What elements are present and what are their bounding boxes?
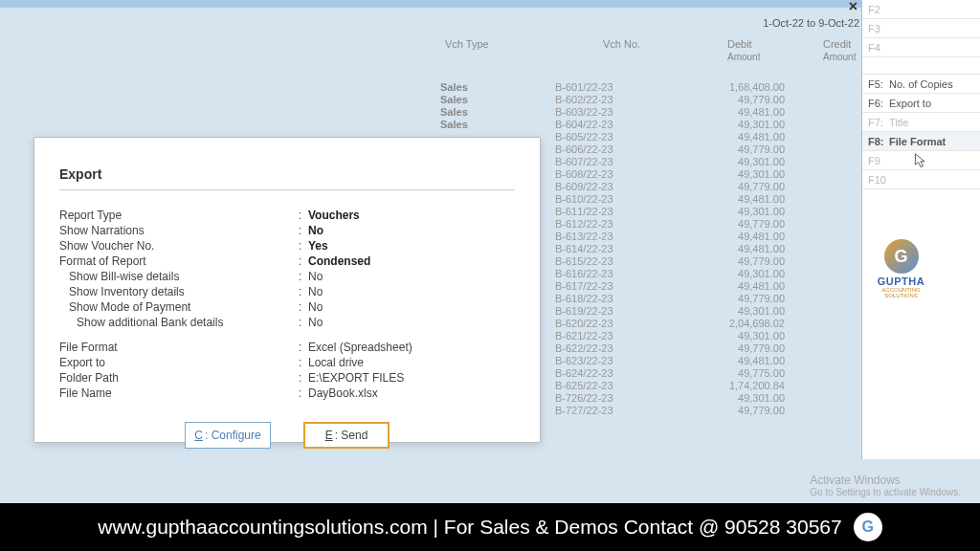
cell-credit <box>785 243 861 255</box>
col-debit: Debit <box>727 38 752 50</box>
cell-vno: B-615/22-23 <box>555 255 670 268</box>
cell-vno: B-604/22-23 <box>555 119 670 131</box>
cell-debit: 49,779.00 <box>670 255 785 268</box>
export-modal: Export Report Type:Vouchers Show Narrati… <box>33 137 541 443</box>
cell-debit: 49,481.00 <box>670 193 785 206</box>
cell-credit <box>785 94 861 106</box>
cell-credit <box>785 255 861 268</box>
cell-debit: 1,68,408.00 <box>670 81 785 94</box>
cell-type: Sales <box>440 94 555 106</box>
cell-credit <box>785 293 861 305</box>
field-inventory: Show Inventory details:No <box>59 284 515 299</box>
cell-vno: B-618/22-23 <box>555 293 670 305</box>
cell-vno: B-620/22-23 <box>555 318 670 330</box>
cell-type: Sales <box>440 81 555 94</box>
footer-text: www.gupthaaccountingsolutions.com | For … <box>98 516 841 539</box>
cell-credit <box>785 143 861 156</box>
field-mode: Show Mode of Payment:No <box>59 299 515 315</box>
cell-credit <box>785 405 861 417</box>
cell-vno: B-601/22-23 <box>555 81 670 94</box>
cell-credit <box>785 231 861 243</box>
logo-icon: G <box>884 239 919 274</box>
col-credit-amt: Amount <box>823 52 856 62</box>
cell-debit: 49,779.00 <box>670 94 785 106</box>
table-row[interactable]: SalesB-603/22-2349,481.00 <box>440 106 861 119</box>
cell-debit: 49,481.00 <box>670 243 785 255</box>
cell-vno: B-606/22-23 <box>555 143 670 156</box>
cell-credit <box>785 131 861 143</box>
footer-bar: www.gupthaaccountingsolutions.com | For … <box>0 503 980 551</box>
cell-vno: B-613/22-23 <box>555 231 670 243</box>
send-button[interactable]: E: Send <box>303 422 390 449</box>
cell-credit <box>785 181 861 193</box>
cell-vno: B-611/22-23 <box>555 206 670 218</box>
cell-vno: B-617/22-23 <box>555 280 670 293</box>
cell-debit: 49,481.00 <box>670 355 785 367</box>
table-row[interactable]: SalesB-601/22-231,68,408.00 <box>440 81 861 94</box>
cell-debit: 49,301.00 <box>670 305 785 318</box>
rp-f8[interactable]: F8:File Format <box>862 132 980 151</box>
cell-debit: 49,301.00 <box>670 168 785 181</box>
field-bill: Show Bill-wise details:No <box>59 269 515 284</box>
cell-credit <box>785 119 861 131</box>
brand-logo: G GUPTHA ACCOUNTING SOLUTIONS <box>870 239 932 298</box>
cell-debit: 49,481.00 <box>670 106 785 119</box>
cell-vno: B-614/22-23 <box>555 243 670 255</box>
rp-f2[interactable]: F2 <box>862 0 980 19</box>
configure-button[interactable]: C: Configure <box>185 422 271 449</box>
cell-debit: 49,481.00 <box>670 231 785 243</box>
cell-type: Sales <box>440 119 555 131</box>
cell-vno: B-727/22-23 <box>555 405 670 417</box>
cell-credit <box>785 355 861 367</box>
cell-credit <box>785 280 861 293</box>
cell-debit: 49,481.00 <box>670 131 785 143</box>
modal-title: Export <box>59 166 515 190</box>
cell-vno: B-622/22-23 <box>555 342 670 355</box>
cell-credit <box>785 367 861 380</box>
cell-credit <box>785 342 861 355</box>
modal-buttons: C: Configure E: Send <box>59 422 515 449</box>
cell-debit: 2,04,698.02 <box>670 318 785 330</box>
cell-credit <box>785 318 861 330</box>
field-folder: Folder Path:E:\EXPORT FILES <box>59 370 515 386</box>
right-panel: F2 F3 F4 F5:No. of Copies F6:Export to F… <box>861 0 980 459</box>
cell-credit <box>785 193 861 206</box>
close-icon[interactable]: × <box>849 0 858 15</box>
rp-f10[interactable]: F10 <box>862 170 980 189</box>
cell-debit: 49,301.00 <box>670 330 785 342</box>
table-row[interactable]: SalesB-602/22-2349,779.00 <box>440 94 861 106</box>
cell-credit <box>785 392 861 405</box>
rp-f5[interactable]: F5:No. of Copies <box>862 75 980 94</box>
field-export-to: Export to:Local drive <box>59 355 515 370</box>
cell-vno: B-610/22-23 <box>555 193 670 206</box>
cell-vno: B-605/22-23 <box>555 131 670 143</box>
field-file-format: File Format:Excel (Spreadsheet) <box>59 340 515 355</box>
cell-type: Sales <box>440 106 555 119</box>
field-filename: File Name:DayBook.xlsx <box>59 386 515 401</box>
cell-debit: 49,775.00 <box>670 367 785 380</box>
cell-credit <box>785 106 861 119</box>
table-row[interactable]: SalesB-604/22-2349,301.00 <box>440 119 861 131</box>
cell-vno: B-602/22-23 <box>555 94 670 106</box>
cell-vno: B-616/22-23 <box>555 268 670 280</box>
rp-f4[interactable]: F4 <box>862 38 980 57</box>
field-show-vno: Show Voucher No.:Yes <box>59 238 515 253</box>
cell-debit: 49,301.00 <box>670 206 785 218</box>
footer-logo-icon: G <box>854 513 882 541</box>
cell-credit <box>785 156 861 168</box>
rp-f7[interactable]: F7:Title <box>862 113 980 132</box>
rp-gap <box>862 57 980 75</box>
rp-f9[interactable]: F9 <box>862 151 980 170</box>
cell-debit: 49,301.00 <box>670 268 785 280</box>
col-debit-amt: Amount <box>727 52 760 62</box>
cell-debit: 49,779.00 <box>670 293 785 305</box>
rp-f6[interactable]: F6:Export to <box>862 94 980 113</box>
cell-credit <box>785 206 861 218</box>
cell-debit: 49,301.00 <box>670 392 785 405</box>
cell-credit <box>785 380 861 392</box>
cell-debit: 49,481.00 <box>670 280 785 293</box>
rp-f3[interactable]: F3 <box>862 19 980 38</box>
field-bank: Show additional Bank details:No <box>59 315 515 330</box>
logo-text: GUPTHA <box>870 276 932 287</box>
logo-sub: ACCOUNTING SOLUTIONS <box>870 287 932 298</box>
